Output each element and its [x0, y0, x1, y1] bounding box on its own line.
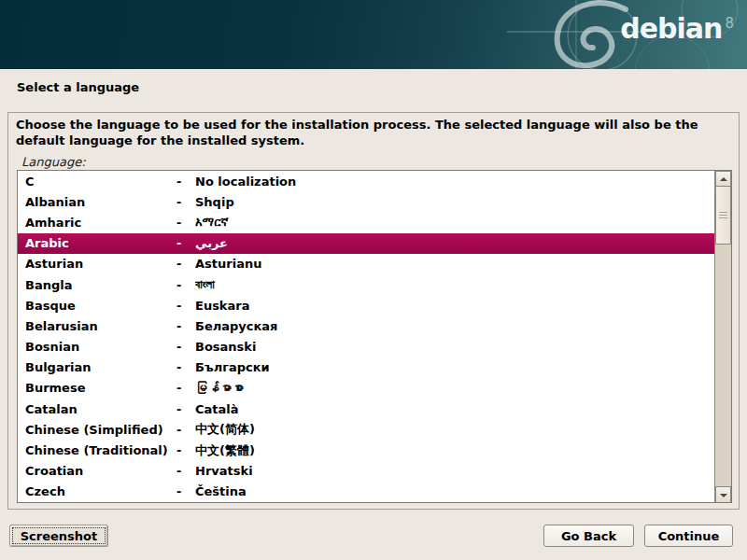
language-localized-name: 中文(简体) [195, 421, 714, 438]
language-list-row[interactable]: Burmese - မြန်မာစာ [18, 378, 714, 399]
language-localized-name: አማርኛ [195, 215, 714, 230]
language-list-row[interactable]: C - No localization [18, 171, 714, 191]
language-list: C - No localization Albanian - Shqip Amh… [17, 170, 732, 503]
language-name: Bangla [18, 278, 176, 292]
language-list-row[interactable]: Chinese (Simplified) - 中文(简体) [18, 419, 714, 440]
language-name: Croatian [18, 464, 176, 478]
separator-dash: - [176, 464, 195, 478]
separator-dash: - [176, 381, 195, 395]
language-name: Chinese (Simplified) [18, 423, 176, 437]
scrollbar-grip-icon [719, 212, 727, 219]
language-localized-name: 中文(繁體) [195, 442, 714, 459]
language-list-row[interactable]: Bulgarian - Български [18, 357, 714, 378]
language-localized-name: No localization [195, 175, 714, 189]
scrollbar-thumb[interactable] [715, 187, 731, 245]
description-line-1: Choose the language to be used for the i… [16, 118, 731, 133]
language-localized-name: Euskara [195, 299, 714, 313]
language-name: Bulgarian [18, 360, 176, 374]
language-localized-name: عربي [195, 236, 714, 250]
language-name: Asturian [18, 257, 176, 271]
separator-dash: - [176, 319, 195, 333]
language-list-row[interactable]: Arabic - عربي [18, 233, 714, 254]
header-banner: debian 8 [0, 0, 747, 69]
language-list-row[interactable]: Bangla - বাংলা [18, 274, 714, 295]
language-list-row[interactable]: Belarusian - Беларуская [18, 315, 714, 336]
separator-dash: - [176, 278, 195, 292]
separator-dash: - [176, 423, 195, 437]
chevron-up-icon [720, 175, 726, 182]
separator-dash: - [176, 299, 195, 313]
language-list-row[interactable]: Chinese (Traditional) - 中文(繁體) [18, 440, 714, 460]
language-list-row[interactable]: Bosnian - Bosanski [18, 337, 714, 357]
language-localized-name: Беларуская [195, 319, 714, 333]
language-localized-name: Hrvatski [195, 464, 714, 478]
language-name: Amharic [18, 216, 176, 230]
separator-dash: - [176, 236, 195, 250]
language-localized-name: বাংলা [195, 277, 714, 292]
language-name: Bosnian [18, 340, 176, 354]
language-name: Burmese [18, 381, 176, 395]
language-localized-name: Bosanski [195, 340, 714, 354]
screenshot-button[interactable]: Screenshot [9, 525, 108, 547]
language-name: Albanian [18, 195, 176, 209]
brand-name: debian [620, 15, 722, 43]
language-list-row[interactable]: Basque - Euskara [18, 295, 714, 315]
language-localized-name: Български [195, 360, 714, 374]
language-localized-name: Català [195, 402, 714, 416]
language-list-row[interactable]: Catalan - Català [18, 399, 714, 419]
content-frame: Choose the language to be used for the i… [7, 112, 740, 510]
vertical-scrollbar[interactable] [714, 171, 731, 502]
language-localized-name: Čeština [195, 484, 714, 498]
language-name: Czech [18, 484, 176, 498]
separator-dash: - [176, 195, 195, 209]
language-name: Catalan [18, 402, 176, 416]
scrollbar-track[interactable] [715, 245, 731, 486]
language-name: Belarusian [18, 319, 176, 333]
separator-dash: - [176, 257, 195, 271]
language-list-rows: C - No localization Albanian - Shqip Amh… [18, 171, 714, 502]
separator-dash: - [176, 484, 195, 498]
description-line-2: default language for the installed syste… [16, 133, 731, 149]
language-field-label: Language: [21, 155, 739, 169]
brand-logotype: debian 8 [620, 15, 734, 43]
separator-dash: - [176, 175, 195, 189]
language-list-row[interactable]: Croatian - Hrvatski [18, 461, 714, 482]
chevron-down-icon [720, 492, 726, 498]
go-back-button[interactable]: Go Back [543, 525, 634, 547]
separator-dash: - [176, 443, 195, 457]
language-list-row[interactable]: Czech - Čeština [18, 482, 714, 502]
language-name: Chinese (Traditional) [18, 443, 176, 457]
language-localized-name: Shqip [195, 195, 714, 209]
language-localized-name: Asturianu [195, 257, 714, 271]
separator-dash: - [176, 216, 195, 230]
language-name: C [18, 175, 176, 189]
language-name: Arabic [18, 236, 176, 250]
continue-button[interactable]: Continue [644, 525, 733, 547]
language-list-row[interactable]: Asturian - Asturianu [18, 254, 714, 274]
page-title: Select a language [17, 80, 139, 94]
language-name: Basque [18, 299, 176, 313]
description-text: Choose the language to be used for the i… [16, 118, 731, 148]
language-localized-name: မြန်မာစာ [195, 381, 714, 395]
scroll-up-button[interactable] [715, 171, 731, 187]
separator-dash: - [176, 340, 195, 354]
language-list-row[interactable]: Albanian - Shqip [18, 191, 714, 212]
scroll-down-button[interactable] [715, 486, 731, 502]
brand-version: 8 [725, 17, 734, 31]
language-list-row[interactable]: Amharic - አማርኛ [18, 212, 714, 232]
separator-dash: - [176, 360, 195, 374]
separator-dash: - [176, 402, 195, 416]
